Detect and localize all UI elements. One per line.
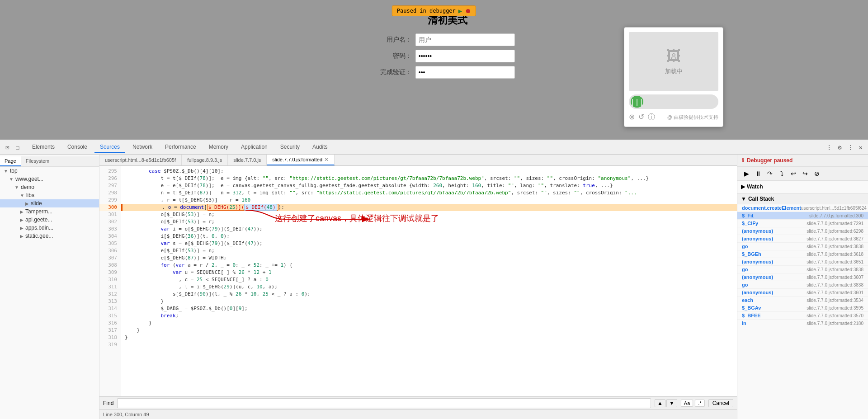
find-prev-btn[interactable]: ▲ [655,399,665,407]
file-tree-tab-filesystem[interactable]: Filesystem [21,156,55,166]
tab-console[interactable]: Console [62,142,93,153]
source-tabs: userscript.html...8-e5d1c1fb605f fullpag… [99,155,737,166]
match-case-btn[interactable]: Aa [681,400,693,407]
username-input[interactable] [415,33,515,46]
tab-application[interactable]: Application [236,142,273,153]
settings-icon[interactable]: ⚙ [836,143,843,152]
captcha-slider-handle[interactable]: ||| [631,96,643,108]
file-tree-item-apps[interactable]: ▶ apps.bdin... [0,224,99,232]
captcha-slider[interactable]: ||| [629,94,718,109]
call-stack-item-bgav[interactable]: $_BGAv slide.7.7.0.js:formatted:3595 [737,304,868,312]
source-tab-fullpage[interactable]: fullpage.8.9.3.js [182,155,228,165]
line-num-296: 296 [99,175,121,182]
source-tab-userscript[interactable]: userscript.html...8-e5d1c1fb605f [99,155,182,165]
debug-pause-btn[interactable]: ⏸ [753,169,764,179]
line-num-304: 304 [99,233,121,240]
file-tree-tab-page[interactable]: Page [0,156,21,166]
tab-audits[interactable]: Audits [307,142,333,153]
file-tree-label: libs [26,192,34,198]
source-tab-slide[interactable]: slide.7.7.0.js [228,155,267,165]
file-tree-item-slide[interactable]: ▶ slide [0,199,99,207]
arrow-icon: ▶ [20,217,24,222]
devtools-content: Page Filesystem ▼ top ▼ www.geet... ▼ de… [0,155,868,419]
find-next-btn[interactable]: ▼ [666,399,677,407]
tab-label: slide.7.7.0.js [233,157,261,163]
file-tree-item-top[interactable]: ▼ top [0,167,99,175]
call-stack-item-bfee[interactable]: $_BFEE slide.7.7.0.js:formatted:3570 [737,312,868,320]
watch-header[interactable]: ▶ Watch [741,182,864,192]
status-bar: Line 300, Column 49 [99,409,737,419]
call-stack-fn: go [742,267,748,272]
call-stack-item-anon4[interactable]: (anonymous) slide.7.7.0.js:formatted:360… [737,273,868,281]
tab-close-icon[interactable]: ✕ [324,156,329,163]
code-line-303: var i = o[$_DEHG(79)]($_DEIf(47)); [121,226,737,233]
play-icon[interactable]: ▶ [458,7,462,14]
captcha-info-icon[interactable]: ⓘ [648,113,655,122]
call-stack-item-anon2[interactable]: (anonymous) slide.7.7.0.js:formatted:362… [737,235,868,243]
debug-resume-btn[interactable]: ▶ [741,169,752,179]
code-line-307: e[$_DEHG(87)] = WIDTH; [121,254,737,262]
call-stack-section-header[interactable]: ▼ Call Stack [737,194,868,204]
captcha-input[interactable] [415,66,515,79]
arrow-icon: ▶ [20,209,24,214]
more-options-icon[interactable]: ⋮ [845,143,855,152]
call-stack-item-go3[interactable]: go slide.7.7.0.js:formatted:3838 [737,281,868,289]
call-stack-item-createelement[interactable]: document.createElement userscript.html..… [737,204,868,212]
tab-sources[interactable]: Sources [94,142,125,153]
call-stack-item-each[interactable]: each slide.7.7.0.js:formatted:3534 [737,297,868,304]
arrow-icon: ▼ [14,185,19,190]
line-num-306: 306 [99,247,121,254]
call-stack-item-anon5[interactable]: (anonymous) slide.7.7.0.js:formatted:360… [737,289,868,297]
record-icon[interactable]: ⏺ [465,7,471,14]
code-line-299: , r = t[$_DEHG(S3)] r = 160 [121,197,737,204]
watch-arrow-icon: ▶ [741,184,745,190]
captcha-refresh-icon[interactable]: ↺ [638,113,644,122]
tab-memory[interactable]: Memory [203,142,234,153]
password-input[interactable] [415,50,515,62]
regex-btn[interactable]: .* [695,400,704,407]
device-icon[interactable]: ☐ [14,143,21,152]
captcha-loading-text: 加载中 [665,67,683,75]
tab-security[interactable]: Security [275,142,305,153]
file-tree-item-static[interactable]: ▶ static.gee... [0,232,99,240]
file-tree-item-libs[interactable]: ▼ libs [0,191,99,199]
debug-step-over-btn[interactable]: ↷ [764,169,775,179]
line-num-309: 309 [99,269,121,276]
source-tab-slide-formatted[interactable]: slide.7.7.0.js:formatted ✕ [267,155,335,165]
find-cancel-btn[interactable]: Cancel [708,399,733,407]
call-stack-item-cify[interactable]: $_CIFy slide.7.7.0.js:formatted:7291 [737,220,868,227]
tab-network[interactable]: Network [127,142,158,153]
call-stack-fn: $_BGAv [742,305,761,311]
debug-step-into-btn[interactable]: ⤵ [776,169,787,179]
tab-performance[interactable]: Performance [160,142,202,153]
line-num-319: 319 [99,341,121,348]
debug-step-btn[interactable]: ↪ [800,169,811,179]
file-tree-item-demo[interactable]: ▼ demo [0,183,99,191]
file-tree-item-api[interactable]: ▶ api.geete... [0,216,99,224]
debug-step-out-btn[interactable]: ↩ [788,169,799,179]
call-stack-item-anon1[interactable]: (anonymous) slide.7.7.0.js:formatted:629… [737,227,868,235]
call-stack-item-go2[interactable]: go slide.7.7.0.js:formatted:3838 [737,266,868,273]
tab-elements[interactable]: Elements [27,142,60,153]
file-tree-item-www[interactable]: ▼ www.geet... [0,175,99,183]
code-line-318: } [121,334,737,341]
code-line-311: , l = i[$_DEHG(29)](u, c, 10, a); [121,283,737,291]
captcha-close-icon[interactable]: ⊗ [629,113,635,122]
more-tabs-icon[interactable]: ⋮ [824,143,834,152]
find-bar: Find ▲ ▼ Aa .* Cancel [99,396,737,409]
code-line-309: var u = SEQUENCE[_] % 26 * 12 + 1 [121,269,737,276]
call-stack-item-bgeh[interactable]: $_BGEh slide.7.7.0.js:formatted:3618 [737,250,868,258]
call-stack-loc: slide.7.7.0.js:formatted:3601 [807,290,863,295]
call-stack-item-anon3[interactable]: (anonymous) slide.7.7.0.js:formatted:365… [737,258,868,266]
file-tree-label: slide [31,200,42,207]
file-tree-item-tamperm[interactable]: ▶ Tamperm... [0,207,99,216]
find-options: Aa .* [681,400,705,407]
call-stack-item-fit[interactable]: $_Fit slide.7.7.0.js:formatted:300 [737,212,868,220]
code-lines[interactable]: case $PS0Z.$_Db()[4][10]; t = t[$_DEIf(7… [121,166,737,396]
close-devtools-icon[interactable]: ✕ [857,143,864,152]
debug-deactivate-btn[interactable]: ⊘ [811,169,822,179]
call-stack-item-in[interactable]: in slide.7.7.0.js:formatted:2180 [737,320,868,327]
call-stack-item-go1[interactable]: go slide.7.7.0.js:formatted:3838 [737,243,868,250]
find-input[interactable] [117,398,651,408]
inspect-icon[interactable]: ⊡ [4,143,11,152]
